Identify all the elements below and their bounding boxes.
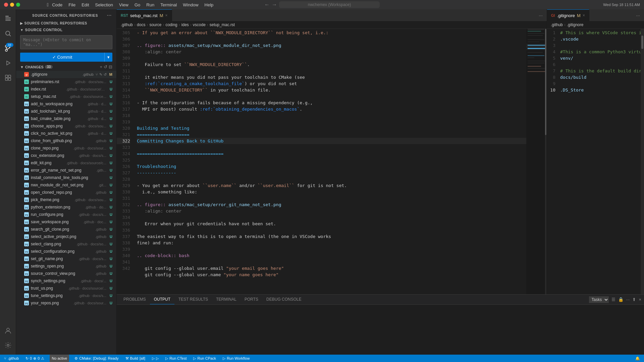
breadcrumb-vscode[interactable]: vscode (193, 22, 206, 27)
list-item[interactable]: pg source_control_view.png .github U (16, 270, 116, 277)
list-item[interactable]: pg install_command_line_tools.png U (16, 174, 116, 181)
status-play-icon[interactable]: ▷ ▷ (151, 355, 160, 362)
collapse-all-icon[interactable]: ⊟ (109, 64, 112, 69)
panel-more-icon[interactable]: ··· (626, 297, 630, 302)
list-item[interactable]: pg error_git_name_not_set.png .gith... U (16, 167, 116, 174)
status-notifications[interactable]: 🔔 (634, 355, 641, 362)
status-ctest[interactable]: ▷ Run CTest (164, 355, 188, 362)
panel-lock-icon[interactable]: 🔒 (618, 297, 624, 302)
tasks-dropdown[interactable]: Tasks (589, 296, 609, 303)
list-item[interactable]: pg clone_repo.png .github · docs/sour...… (16, 144, 116, 152)
list-item[interactable]: pg tune_settings.png .github · docs/s...… (16, 292, 116, 299)
breadcrumb-coding[interactable]: coding (165, 22, 177, 27)
status-cmake[interactable]: ⚙ CMake: [Debug]: Ready (73, 355, 120, 362)
breadcrumb-file[interactable]: setup_mac.rst (210, 22, 235, 27)
sidebar-more-icon[interactable]: ··· (106, 12, 112, 19)
list-item[interactable]: pg run_configure.png .github · docs/s...… (16, 211, 116, 218)
breadcrumb-source[interactable]: source (149, 22, 161, 27)
tab-output[interactable]: OUTPUT (150, 295, 174, 304)
activity-source-control[interactable] (1, 42, 15, 55)
menu-file[interactable]: File (66, 2, 78, 8)
list-item[interactable]: pg your_repos.png .github · docs/sour...… (16, 299, 116, 307)
list-item[interactable]: pg save_workspace.png .github · doc... U (16, 218, 116, 226)
more-actions-right-icon[interactable]: ··· (635, 11, 641, 19)
list-item[interactable]: pg search_git_clone.png .github U (16, 226, 116, 233)
menu-selection[interactable]: Selection (93, 2, 116, 8)
tab-test-results[interactable]: TEST RESULTS (174, 295, 212, 304)
activity-extensions[interactable] (1, 71, 15, 84)
list-item[interactable]: pg select_configuration.png .github U (16, 248, 116, 255)
menu-window[interactable]: Window (180, 2, 201, 8)
close-button[interactable] (4, 3, 8, 7)
commit-dropdown-button[interactable]: ▾ (104, 53, 112, 62)
panel-list-view-icon[interactable]: ☰ (611, 297, 615, 302)
breadcrumb-github[interactable]: .github (121, 22, 133, 27)
maximize-button[interactable] (16, 3, 20, 7)
list-item[interactable]: pg nwx_module_dir_not_set.png .git... U (16, 181, 116, 189)
gitignore-content[interactable]: 12345 678910 # This is where VSCode stor… (547, 29, 644, 294)
status-workflow[interactable]: ▷ Run Workflow (221, 355, 251, 362)
menu-code[interactable]: Code (49, 2, 65, 8)
discard-all-icon[interactable]: ↺ (104, 64, 107, 69)
activity-account[interactable] (1, 324, 15, 337)
tab-problems[interactable]: PROBLEMS (119, 295, 150, 304)
activity-debug[interactable] (1, 56, 15, 70)
tab-setup-mac-rst[interactable]: RST setup_mac.rst M × (117, 9, 172, 21)
menu-go[interactable]: Go (132, 2, 143, 8)
list-item[interactable]: pg pick_theme.png .github · docs/sou... … (16, 196, 116, 203)
fork-icon[interactable]: ⑂ (96, 72, 98, 76)
list-item[interactable]: gi .gitignore .github ⑂ ✎ ↺ M (16, 71, 116, 78)
tab-gitignore[interactable]: GI .gitignore M × (547, 9, 589, 21)
list-item[interactable]: pg choose_apps.png .github · docs/sou...… (16, 122, 116, 130)
list-item[interactable]: pg settings_open.png .github U (16, 262, 116, 270)
list-item[interactable]: pg cxx_extension.png .github · docs/s...… (16, 152, 116, 159)
list-item[interactable]: pg bad_cmake_table.png .github · d... U (16, 115, 116, 122)
editor-content-left[interactable]: 305306307308309 310311312313314 31531631… (117, 29, 546, 294)
right-scrollbar[interactable] (641, 29, 644, 294)
list-item[interactable]: pg synch_settings.png .github · docs/...… (16, 277, 116, 285)
tab-debug-console[interactable]: DEBUG CONSOLE (262, 295, 306, 304)
tab-close-icon[interactable]: × (165, 13, 168, 18)
source-control-repos-section[interactable]: ▶ SOURCE CONTROL REPOSITORIES (16, 20, 116, 26)
activity-settings[interactable] (1, 339, 15, 352)
tab-terminal[interactable]: TERMINAL (212, 295, 240, 304)
menu-help[interactable]: Help (202, 2, 216, 8)
menu-edit[interactable]: Edit (79, 2, 92, 8)
changes-header[interactable]: ▼ Changes 33 + ↺ ⊟ (16, 63, 116, 71)
nav-back-icon[interactable]: ← (264, 2, 270, 8)
status-sync[interactable]: ↻ 0 ⊗ 0 ⚠ (24, 355, 46, 362)
activity-search[interactable] (1, 27, 15, 40)
breadcrumb-docs[interactable]: docs (137, 22, 145, 27)
list-item[interactable]: pg add_toolchain_kit.png .github · d... … (16, 108, 116, 115)
breadcrumb-ides[interactable]: ides (181, 22, 189, 27)
source-control-section[interactable]: ▼ SOURCE CONTROL (16, 26, 116, 33)
menu-view[interactable]: View (116, 2, 131, 8)
list-item[interactable]: rs index.rst .github · docs/source/cod..… (16, 85, 116, 93)
menu-terminal[interactable]: Terminal (158, 2, 179, 8)
more-actions-icon[interactable]: ··· (537, 11, 544, 19)
list-item[interactable]: pg add_to_workspace.png .github · d... U (16, 100, 116, 108)
breadcrumb-gitignore[interactable]: .gitignore (567, 22, 583, 27)
status-branch[interactable]: ⑂ .github (3, 355, 20, 362)
panel-maximize-icon[interactable]: ⬆ (632, 297, 636, 302)
list-item[interactable]: pg set_git_name.png .github · docs/s... … (16, 255, 116, 262)
list-item[interactable]: pg open_cloned_repo.png .github U (16, 189, 116, 196)
commit-message-input[interactable] (20, 35, 112, 49)
commit-button[interactable]: ✓ Commit (20, 53, 104, 62)
list-item[interactable]: rs preliminaries.rst .github · docs/sou.… (16, 78, 116, 85)
list-item[interactable]: pg select_active_project.png .github U (16, 233, 116, 240)
tab-ports[interactable]: PORTS (240, 295, 262, 304)
list-item[interactable]: pg click_no_active_kit.png .github · d..… (16, 130, 116, 137)
list-item[interactable]: rs setup_mac.rst .github · docs/source..… (16, 93, 116, 100)
status-no-active-kit[interactable]: No active (50, 355, 69, 362)
titlebar-search[interactable] (279, 1, 380, 8)
menu-run[interactable]: Run (144, 2, 157, 8)
list-item[interactable]: pg select_clang.png .github · docs/so...… (16, 240, 116, 248)
edit-icon[interactable]: ✎ (99, 72, 102, 77)
list-item[interactable]: pg edit_kit.png .github · docs/source/c.… (16, 159, 116, 167)
panel-close-icon[interactable]: × (639, 297, 641, 302)
breadcrumb-github-right[interactable]: .github (551, 22, 563, 27)
status-build[interactable]: ⚒ Build [all] (124, 355, 147, 362)
minimize-button[interactable] (10, 3, 14, 7)
activity-explorer[interactable] (1, 12, 15, 25)
